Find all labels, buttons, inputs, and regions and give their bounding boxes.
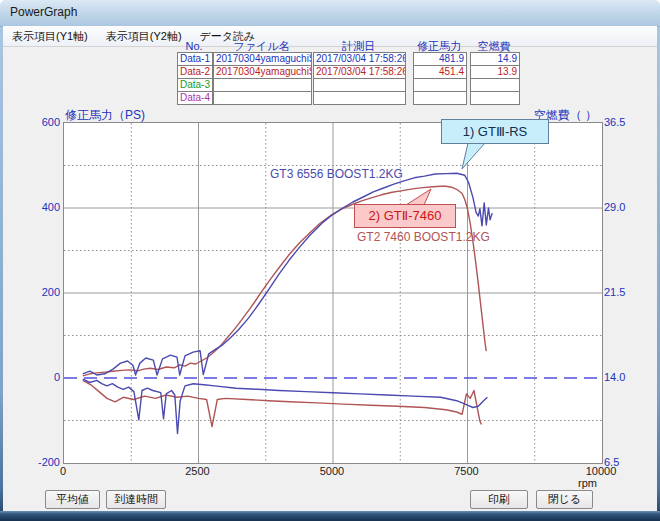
table-cell-no: Data-2 — [177, 65, 213, 79]
series2-label: GT2 7460 BOOST1.2KG — [357, 230, 490, 244]
x-tick: 2500 — [173, 465, 223, 477]
table-header-power: 修正馬力 — [413, 40, 465, 52]
table-cell-afr — [470, 91, 520, 105]
table-header-no: No. — [177, 40, 211, 52]
y2-tick: 36.5 — [604, 116, 638, 128]
table-cell-afr: 14.9 — [470, 52, 520, 66]
table-cell-afr — [470, 78, 520, 92]
table-header-date: 計測日 — [313, 40, 404, 52]
y1-tick: 400 — [26, 201, 60, 213]
y1-tick: 0 — [26, 371, 60, 383]
table-cell-no: Data-4 — [177, 91, 213, 105]
table-cell-file: 20170304yamaguchiS15 — [213, 52, 312, 66]
table-cell-no: Data-3 — [177, 78, 213, 92]
y2-tick: 14.0 — [604, 371, 638, 383]
series1-label: GT3 6556 BOOST1.2KG — [270, 167, 403, 181]
window-title: PowerGraph — [10, 5, 77, 19]
table-cell-date — [313, 78, 406, 92]
x-axis-unit: rpm — [574, 477, 601, 489]
y1-tick: 600 — [26, 116, 60, 128]
table-cell-file: 20170304yamaguchiS15 — [213, 65, 312, 79]
average-button[interactable]: 平均値 — [45, 490, 100, 509]
arrival-time-button[interactable]: 到達時間 — [106, 490, 166, 509]
menu-item-display-y1-axis[interactable]: 表示項目(Y1軸) — [3, 26, 97, 46]
table-cell-date: 2017/03/04 17:58:26 — [313, 52, 406, 66]
curve-Data-1-空燃費 — [83, 379, 488, 433]
table-cell-afr: 13.9 — [470, 65, 520, 79]
table-cell-power: 481.9 — [413, 52, 467, 66]
y1-tick: 200 — [26, 286, 60, 298]
y2-tick: 21.5 — [604, 286, 638, 298]
table-cell-file — [213, 78, 312, 92]
close-button[interactable]: 閉じる — [536, 490, 593, 509]
x-tick: 7500 — [442, 465, 492, 477]
table-cell-date — [313, 91, 406, 105]
table-header-afr: 空燃費（） — [470, 40, 518, 52]
table-cell-file — [213, 91, 312, 105]
table-cell-no: Data-1 — [177, 52, 213, 66]
callout-1-tail — [452, 142, 488, 171]
window-titlebar[interactable]: PowerGraph — [0, 0, 660, 27]
table-cell-power — [413, 91, 467, 105]
powergraph-window: PowerGraph 表示項目(Y1軸) 表示項目(Y2軸) データ読み No.… — [0, 0, 660, 521]
x-tick: 10000 — [576, 465, 626, 477]
table-header-file: ファイル名 — [213, 40, 310, 52]
x-tick: 5000 — [307, 465, 357, 477]
curve-Data-2-空燃費 — [83, 380, 482, 426]
window-bottom-frame — [0, 511, 660, 521]
table-cell-power — [413, 78, 467, 92]
callout-gt3-rs: 1) GTⅢ-RS — [441, 119, 549, 144]
callout-gt2-7460: 2) GTⅡ-7460 — [354, 204, 456, 228]
y2-tick: 29.0 — [604, 201, 638, 213]
table-cell-power: 451.4 — [413, 65, 467, 79]
x-tick: 0 — [38, 465, 88, 477]
table-cell-date: 2017/03/04 17:58:26 — [313, 65, 406, 79]
print-button[interactable]: 印刷 — [470, 490, 528, 509]
